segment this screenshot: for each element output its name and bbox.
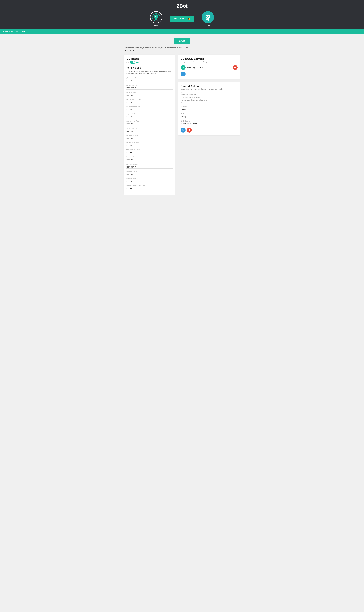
permissions-desc: Provide the discord role needed to be ab… — [127, 70, 172, 75]
perm-label-12: addBan cmd Role — [127, 163, 172, 165]
perm-label-5: say cmd Role — [127, 113, 172, 115]
example-line-3: reply: 'Our ts is xx.xx.xx.xx', — [181, 96, 201, 98]
copy-action-button[interactable]: ⧉ — [181, 128, 185, 133]
right-col: BE RCON Servers Always save this form be… — [178, 55, 240, 135]
perm-field-14: kick cmd Role — [127, 178, 172, 183]
save-btn-container: SAVE — [124, 39, 240, 43]
svg-rect-7 — [155, 18, 157, 20]
toggle-row: Off On — [127, 61, 172, 64]
breadcrumb-bar: Home › Servers › ZBot — [0, 29, 364, 34]
shared-actions-panel: Shared Actions Actions that players can … — [178, 82, 240, 135]
shared-actions-title: Shared Actions — [181, 85, 237, 88]
svg-rect-22 — [210, 19, 211, 19]
permissions-fields: players cmd Roleadmins cmd Rolebans cmd … — [127, 77, 172, 190]
breadcrumb-current: ZBot — [20, 31, 25, 33]
perm-label-3: loadScripts cmd Role — [127, 99, 172, 100]
command-field: Command — [181, 106, 237, 111]
perm-input-1[interactable] — [127, 86, 172, 90]
save-button[interactable]: SAVE — [174, 39, 190, 43]
example-line-2: command: '!teamspeak', — [181, 94, 198, 96]
perm-field-13: MaxPing cmd Role — [127, 171, 172, 176]
svg-point-5 — [157, 16, 157, 17]
left-panel: BE RCON Off On Permissions Provide the d… — [124, 55, 175, 195]
command-input[interactable] — [181, 108, 237, 111]
perm-label-1: admins cmd Role — [127, 84, 172, 86]
invite-btn-label: INVITE BOT — [174, 17, 186, 20]
perm-input-15[interactable] — [127, 187, 172, 190]
page-title: ZBot — [0, 3, 364, 9]
perm-input-6[interactable] — [127, 122, 172, 125]
action-buttons: ⧉ 🗑 — [181, 128, 237, 133]
reply-chat-input[interactable] — [181, 115, 237, 118]
be-rcon-title: BE RCON — [127, 57, 172, 60]
perm-label-8: update cmd Role — [127, 134, 172, 136]
be-rcon-toggle[interactable] — [130, 61, 135, 64]
perm-input-7[interactable] — [127, 129, 172, 133]
perm-input-9[interactable] — [127, 144, 172, 147]
perm-input-11[interactable] — [127, 158, 172, 161]
trash-icon-action: 🗑 — [188, 129, 190, 131]
bot-label-left: ZBot — [154, 24, 158, 26]
bot-avatar-circle-right: Z — [202, 11, 214, 23]
perm-field-8: update cmd Role — [127, 134, 172, 140]
perm-input-13[interactable] — [127, 172, 172, 176]
perm-input-5[interactable] — [127, 115, 172, 118]
delete-server-button[interactable]: 🗑 — [233, 65, 237, 70]
perm-input-8[interactable] — [127, 136, 172, 140]
perm-input-2[interactable] — [127, 93, 172, 97]
svg-text:Z: Z — [207, 17, 208, 18]
reply-discord-field: Reply Discord — [181, 120, 237, 125]
svg-rect-21 — [205, 19, 206, 19]
perm-label-14: kick cmd Role — [127, 178, 172, 179]
example-line-4: discordReply: 'Someone asked for ts' — [181, 99, 207, 101]
rcon-servers-panel: BE RCON Servers Always save this form be… — [178, 55, 240, 79]
perm-field-12: addBan cmd Role — [127, 163, 172, 169]
perm-input-3[interactable] — [127, 101, 172, 104]
perm-input-14[interactable] — [127, 180, 172, 183]
perm-field-11: ban cmd Role — [127, 156, 172, 161]
trash-icon: 🗑 — [234, 66, 236, 69]
bot-avatar-left: Z ZBot — [150, 11, 162, 26]
plus-icon: + — [182, 72, 184, 76]
perm-field-5: say cmd Role — [127, 113, 172, 118]
breadcrumb-sep-1: › — [9, 31, 10, 33]
perm-field-3: loadScripts cmd Role — [127, 99, 172, 104]
main-content: SAVE To reload the config for your serve… — [121, 34, 243, 199]
svg-point-3 — [156, 14, 156, 15]
edit-server-button[interactable]: ✎ — [181, 65, 185, 70]
robot-icon-right: Z — [204, 13, 212, 21]
bot-avatar-right: Z ZBot — [202, 11, 214, 26]
example-line-5: ]) — [181, 102, 182, 104]
delete-action-button[interactable]: 🗑 — [187, 128, 192, 133]
example-line-1: (eg: [ — [181, 91, 184, 93]
perm-label-9: loadBans cmd Role — [127, 142, 172, 143]
perm-input-0[interactable] — [127, 79, 172, 82]
perm-field-7: version cmd Role — [127, 127, 172, 133]
svg-point-15 — [207, 16, 207, 17]
perm-input-12[interactable] — [127, 165, 172, 169]
svg-text:Z: Z — [156, 17, 156, 18]
add-server-button[interactable]: + — [181, 72, 185, 76]
perm-field-2: bans cmd Role — [127, 92, 172, 97]
svg-rect-20 — [206, 18, 209, 20]
perm-field-10: writeBans cmd Role — [127, 149, 172, 154]
svg-point-18 — [207, 17, 207, 18]
perm-input-4[interactable] — [127, 108, 172, 111]
smiley-icon: 😀 — [188, 17, 190, 20]
perm-label-10: writeBans cmd Role — [127, 149, 172, 151]
svg-point-12 — [208, 13, 208, 14]
svg-rect-8 — [155, 20, 156, 20]
perm-label-4: loadEvents cmd Role — [127, 106, 172, 107]
reply-chat-label: Reply Chat — [181, 113, 237, 115]
reply-discord-input[interactable] — [181, 122, 237, 125]
perm-input-10[interactable] — [127, 151, 172, 154]
breadcrumb-servers[interactable]: Servers — [11, 31, 18, 33]
svg-point-16 — [209, 16, 209, 17]
breadcrumb-home[interactable]: Home — [3, 31, 8, 33]
perm-label-0: players cmd Role — [127, 77, 172, 79]
rcon-servers-desc: Always save this form before editing a r… — [181, 61, 237, 63]
perm-field-15: serverCommands cmd Role — [127, 185, 172, 190]
svg-rect-23 — [207, 20, 207, 21]
perm-label-6: missions cmd Role — [127, 120, 172, 122]
invite-bot-button[interactable]: INVITE BOT 😀 — [170, 16, 194, 22]
